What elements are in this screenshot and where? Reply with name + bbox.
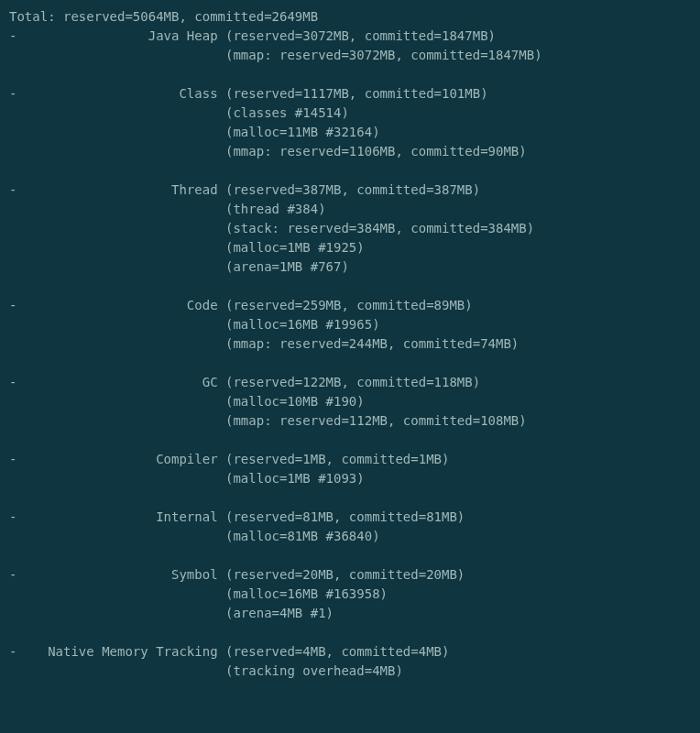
native-memory-tracking-output: Total: reserved=5064MB, committed=2649MB… xyxy=(0,0,700,690)
